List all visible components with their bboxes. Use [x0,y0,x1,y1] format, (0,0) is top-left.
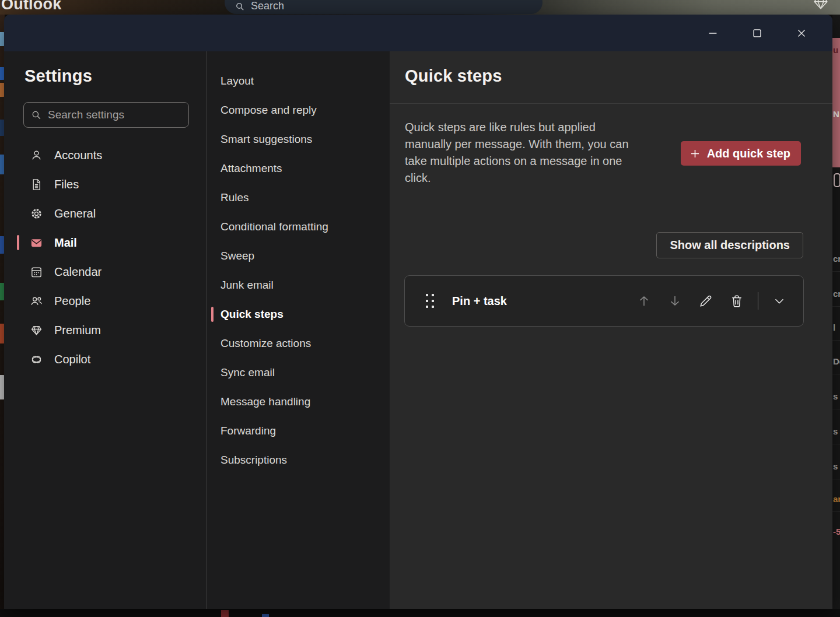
category-message-handling[interactable]: Message handling [207,387,390,416]
selected-indicator [17,235,19,250]
category-label: Message handling [220,395,310,408]
pencil-icon [698,293,713,308]
sidebar-item-people[interactable]: People [4,286,206,315]
category-label: Conditional formatting [220,220,328,233]
category-quick-steps[interactable]: Quick steps [207,300,390,329]
category-junk-email[interactable]: Junk email [207,271,390,300]
category-conditional-formatting[interactable]: Conditional formatting [207,212,390,241]
category-subscriptions[interactable]: Subscriptions [207,446,390,475]
people-icon [30,295,43,308]
category-label: Layout [220,75,254,87]
bg-red-icon-sliver [221,610,229,617]
bg-text-fragment: an [833,494,840,504]
settings-search-box[interactable] [23,102,189,128]
bg-text-fragment: cr [833,289,840,299]
diamond-icon [30,324,43,337]
maximize-button[interactable] [744,22,771,45]
background-search-bar[interactable]: Search [225,0,542,14]
background-banner: u N [832,38,840,167]
delete-button[interactable] [727,291,747,311]
bg-text-fragment: N [833,109,839,119]
sidebar-item-label: General [54,207,96,220]
sidebar-item-accounts[interactable]: Accounts [4,141,206,170]
show-all-descriptions-button[interactable]: Show all descriptions [656,232,803,258]
category-label: Quick steps [220,308,284,321]
minimize-button[interactable] [699,22,726,45]
sidebar-item-label: Accounts [54,149,102,162]
category-label: Attachments [220,162,282,175]
sidebar-item-label: Files [54,178,79,191]
background-message-list-strip: u N cr cr l De s s s an -5 [832,15,840,609]
expand-button[interactable] [769,291,789,311]
close-button[interactable] [788,22,815,45]
category-label: Subscriptions [220,454,287,467]
dialog-titlebar [4,15,832,51]
category-label: Compose and reply [220,104,317,117]
chevron-down-icon [772,293,787,308]
category-rules[interactable]: Rules [207,183,390,212]
category-sweep[interactable]: Sweep [207,241,390,271]
bg-text-fragment: l [833,322,835,332]
bg-text-fragment: -5 [833,527,840,537]
settings-nav: Accounts Files General Mail Calen [4,141,206,374]
category-customize-actions[interactable]: Customize actions [207,329,390,358]
arrow-up-icon [636,293,652,308]
sidebar-item-label: Calendar [54,265,102,279]
background-search-label: Search [251,0,284,12]
search-icon [31,110,42,121]
sidebar-item-mail[interactable]: Mail [4,228,206,257]
settings-dialog: Settings Accounts Files General [4,15,832,609]
bg-text-fragment: u [833,45,838,55]
category-forwarding[interactable]: Forwarding [207,416,390,446]
settings-sidebar: Settings Accounts Files General [4,51,207,609]
panel-title: Quick steps [405,66,832,86]
sidebar-item-general[interactable]: General [4,199,206,228]
add-quick-step-button[interactable]: Add quick step [681,141,801,166]
bg-outline-chip [834,173,840,187]
gear-icon [30,207,43,220]
category-label: Smart suggestions [220,133,312,146]
sidebar-item-copilot[interactable]: Copilot [4,345,206,374]
category-sync-email[interactable]: Sync email [207,358,390,387]
background-bottom-strip [0,609,840,617]
search-icon [235,2,245,12]
bg-text-fragment: s [833,461,838,471]
bg-text-fragment: s [833,391,838,401]
sidebar-item-calendar[interactable]: Calendar [4,257,206,286]
move-down-button[interactable] [665,291,685,311]
category-label: Junk email [220,279,274,292]
category-smart-suggestions[interactable]: Smart suggestions [207,125,390,154]
category-compose-and-reply[interactable]: Compose and reply [207,96,390,125]
background-app-topbar: Outlook Search [0,0,840,15]
settings-search-input[interactable] [48,108,181,121]
sidebar-item-premium[interactable]: Premium [4,315,206,345]
premium-diamond-icon [813,0,828,9]
category-label: Forwarding [220,425,276,437]
person-icon [30,149,43,162]
quick-step-name: Pin + task [452,295,623,308]
edit-button[interactable] [696,291,716,311]
category-label: Sync email [220,366,275,379]
quick-steps-panel: Quick steps Quick steps are like rules b… [390,51,832,609]
category-layout[interactable]: Layout [207,66,390,96]
maximize-icon [751,27,764,40]
category-attachments[interactable]: Attachments [207,154,390,183]
page-title: Settings [24,66,206,86]
document-icon [30,178,43,191]
sidebar-item-label: Premium [54,324,101,337]
plus-icon [689,148,701,160]
move-up-button[interactable] [634,291,654,311]
drag-handle-icon[interactable] [426,294,434,308]
sidebar-item-files[interactable]: Files [4,170,206,199]
category-label: Sweep [220,250,254,262]
bg-blue-icon-sliver [262,614,269,617]
bg-text-fragment: De [833,356,840,366]
add-quick-step-label: Add quick step [707,147,790,160]
arrow-down-icon [667,293,682,308]
selected-indicator [211,307,214,322]
category-label: Rules [220,191,249,204]
bg-text-fragment: cr [833,254,840,264]
bg-text-fragment: s [833,426,838,436]
panel-header: Quick steps [390,51,832,104]
trash-icon [729,293,744,308]
